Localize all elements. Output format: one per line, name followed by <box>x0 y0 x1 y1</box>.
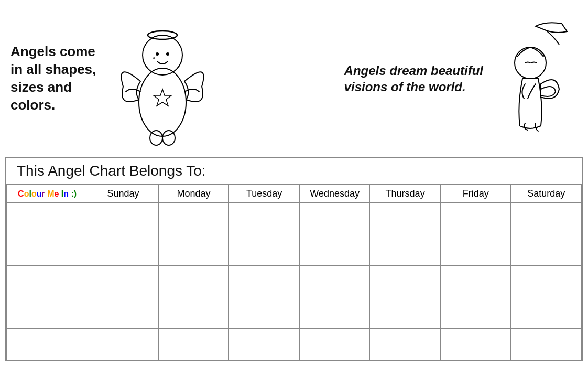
saturday-header: Saturday <box>511 185 582 203</box>
row3-tue[interactable] <box>229 266 300 297</box>
svg-point-4 <box>166 52 169 56</box>
row3-sat[interactable] <box>511 266 582 297</box>
row3-thu[interactable] <box>370 266 441 297</box>
svg-point-7 <box>162 131 175 145</box>
row3-label <box>7 266 88 297</box>
table-row <box>7 329 582 360</box>
sunday-header: Sunday <box>88 185 159 203</box>
row5-fri[interactable] <box>440 329 511 360</box>
row2-thu[interactable] <box>370 234 441 266</box>
monday-header: Monday <box>158 185 229 203</box>
angel-right-icon <box>494 21 578 136</box>
row4-mon[interactable] <box>158 297 229 329</box>
wednesday-header: Wednesday <box>299 185 370 203</box>
row3-sun[interactable] <box>88 266 159 297</box>
row2-fri[interactable] <box>440 234 511 266</box>
right-content: Angels dream beautiful visions of the wo… <box>344 21 578 136</box>
table-row <box>7 234 582 266</box>
row4-thu[interactable] <box>370 297 441 329</box>
row4-fri[interactable] <box>440 297 511 329</box>
row1-thu[interactable] <box>370 203 441 234</box>
row3-mon[interactable] <box>158 266 229 297</box>
row5-label <box>7 329 88 360</box>
colour-me-in-label: Colour Me In :) <box>18 189 77 198</box>
table-row <box>7 203 582 234</box>
chart-title: This Angel Chart Belongs To: <box>6 158 582 185</box>
svg-point-3 <box>156 52 159 56</box>
page: Angels come in all shapes, sizes and col… <box>0 0 588 388</box>
right-text: Angels dream beautiful visions of the wo… <box>344 62 483 95</box>
row5-sat[interactable] <box>511 329 582 360</box>
row4-wed[interactable] <box>299 297 370 329</box>
row5-tue[interactable] <box>229 329 300 360</box>
friday-header: Friday <box>440 185 511 203</box>
chart-body <box>7 203 582 360</box>
angel-left-icon <box>110 8 215 149</box>
top-section: Angels come in all shapes, sizes and col… <box>0 0 588 157</box>
chart-table: Colour Me In :) Sunday Monday Tuesday We… <box>6 185 582 360</box>
row1-mon[interactable] <box>158 203 229 234</box>
svg-point-5 <box>153 57 155 59</box>
row1-fri[interactable] <box>440 203 511 234</box>
row2-mon[interactable] <box>158 234 229 266</box>
colour-me-in-header: Colour Me In :) <box>7 185 88 203</box>
left-content: Angels come in all shapes, sizes and col… <box>10 8 215 149</box>
row1-sun[interactable] <box>88 203 159 234</box>
row5-sun[interactable] <box>88 329 159 360</box>
svg-marker-8 <box>154 89 171 106</box>
svg-point-6 <box>150 131 162 145</box>
table-row <box>7 266 582 297</box>
row4-sun[interactable] <box>88 297 159 329</box>
row5-mon[interactable] <box>158 329 229 360</box>
row1-tue[interactable] <box>229 203 300 234</box>
row4-sat[interactable] <box>511 297 582 329</box>
table-row <box>7 297 582 329</box>
row2-wed[interactable] <box>299 234 370 266</box>
row3-wed[interactable] <box>299 266 370 297</box>
left-text: Angels come in all shapes, sizes and col… <box>10 43 105 114</box>
row4-tue[interactable] <box>229 297 300 329</box>
tuesday-header: Tuesday <box>229 185 300 203</box>
row1-sat[interactable] <box>511 203 582 234</box>
row5-wed[interactable] <box>299 329 370 360</box>
row1-label <box>7 203 88 234</box>
table-header-row: Colour Me In :) Sunday Monday Tuesday We… <box>7 185 582 203</box>
row2-tue[interactable] <box>229 234 300 266</box>
row5-thu[interactable] <box>370 329 441 360</box>
row1-wed[interactable] <box>299 203 370 234</box>
svg-point-1 <box>143 35 182 75</box>
row2-sun[interactable] <box>88 234 159 266</box>
thursday-header: Thursday <box>370 185 441 203</box>
row2-label <box>7 234 88 266</box>
chart-section: This Angel Chart Belongs To: Colour Me I… <box>5 157 583 361</box>
row4-label <box>7 297 88 329</box>
row2-sat[interactable] <box>511 234 582 266</box>
row3-fri[interactable] <box>440 266 511 297</box>
